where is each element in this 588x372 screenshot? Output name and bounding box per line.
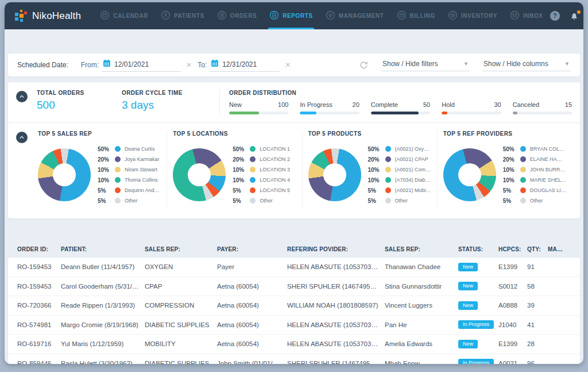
legend-item: 20% (A0021) CPAP — [368, 155, 431, 163]
cell-sales-rep-product: CPAP — [145, 283, 217, 290]
order-cycle-time-label: ORDER CYCLE TIME — [122, 90, 219, 96]
legend-percent: 20% — [368, 156, 381, 163]
table-row[interactable]: RO-159453 Deann Butler (11/4/1957) OXYGE… — [8, 258, 580, 277]
refresh-button[interactable] — [359, 60, 369, 70]
legend-label: (A0021) Compression — [395, 167, 431, 172]
total-orders-stat: TOTAL ORDERS 500 — [37, 90, 122, 112]
collapse-stats-button[interactable] — [16, 91, 28, 102]
legend-item: 20% ELAINE HAMILTON — [503, 155, 566, 163]
app-window: NikoHealth CALENDAR PATIENTS ORDERS REPO… — [5, 2, 583, 364]
table-header-cell[interactable]: SALES REP: — [145, 246, 217, 252]
order-distribution-bars: New 100 In Progress 20 Complete 50 Hold … — [229, 101, 572, 114]
table-row[interactable]: RO-619716 Yul Maris (1/12/1959) MOBILITY… — [8, 335, 580, 354]
from-date-value: 12/01/2021 — [114, 60, 149, 68]
table-header-cell[interactable]: STATUS: — [458, 246, 498, 252]
cell-payer: Aetna (60054) — [217, 302, 287, 309]
legend-label: Other — [260, 198, 273, 204]
legend-percent: 5% — [368, 198, 381, 204]
cell-refering-provider: SHERI SPUHLER (1467495622) — [287, 283, 385, 290]
cell-refering-provider: WILLIAM NOAH (1801808597) — [287, 302, 385, 309]
show-hide-columns-select[interactable]: Show / Hide columns ▼ — [482, 59, 571, 71]
legend-percent: 5% — [233, 198, 246, 204]
orders-table: ORDER ID:PATIENT:SALES REP:PAYER:REFERIN… — [8, 240, 580, 364]
table-header-cell[interactable]: ORDER ID: — [17, 246, 61, 252]
chart-legend: 50% LOCATION 1 20% LOCATION 2 10% LOCATI… — [233, 143, 296, 207]
cell-sales-rep: Pan He — [385, 321, 458, 328]
legend-dot-icon — [385, 198, 391, 204]
legend-dot-icon — [520, 156, 526, 162]
table-row[interactable]: RO-720366 Reade Rippen (1/3/1993) COMPRE… — [8, 296, 580, 316]
nav-item-inbox[interactable]: INBOX — [504, 2, 550, 29]
nav-item-billing[interactable]: BILLING — [390, 2, 442, 29]
legend-percent: 10% — [368, 167, 381, 173]
nav-item-reports[interactable]: REPORTS — [263, 2, 319, 29]
legend-dot-icon — [385, 177, 391, 183]
help-button[interactable]: ? — [550, 10, 560, 21]
brand-logo[interactable]: NikoHealth — [15, 9, 81, 24]
clear-to-date-button[interactable]: ✕ — [283, 61, 293, 69]
legend-percent: 5% — [233, 187, 246, 194]
orders-icon — [217, 10, 227, 21]
legend-dot-icon — [115, 177, 121, 183]
cell-hcpcs: J1040 — [498, 321, 527, 328]
scheduled-date-label: Scheduled Date: — [17, 61, 68, 69]
cell-payer: Aetna (60054) — [217, 321, 287, 328]
table-header-cell[interactable]: SALES REP: — [385, 246, 458, 252]
table-row[interactable]: RO-159453 Carol Gooderham (5/31/1947) CP… — [8, 277, 580, 297]
legend-label: Dequinn Anderson — [125, 187, 161, 193]
table-header-cell[interactable]: HCPCS: — [498, 246, 527, 252]
legend-item: 5% LOCATION 5 — [233, 186, 296, 194]
legend-dot-icon — [385, 167, 391, 172]
nav-item-management[interactable]: MANAGEMENT — [319, 2, 390, 29]
cell-order-id: RO-159453 — [17, 263, 61, 270]
cell-sales-rep-product: DIABETIC SUPPLIES — [145, 360, 217, 364]
legend-label: (A7034) Diabetic Supplies — [395, 177, 431, 183]
cell-qty: 91 — [527, 263, 548, 270]
table-header-cell[interactable]: MANUFACTURER: — [548, 246, 571, 252]
chart-group-top-5-sales-rep: TOP 5 SALES REP 50% Deana Curtis 20% Joy… — [32, 131, 167, 207]
cell-payer: Aetna (60054) — [217, 283, 287, 290]
to-date-input[interactable]: 12/31/2021 — [210, 58, 280, 72]
cell-order-id: RO-619716 — [17, 340, 61, 347]
legend-percent: 20% — [98, 156, 111, 163]
total-orders-label: TOTAL ORDERS — [37, 90, 122, 96]
legend-dot-icon — [250, 156, 256, 162]
inventory-icon — [448, 10, 458, 21]
bell-icon — [569, 14, 579, 23]
legend-label: LOCATION 5 — [260, 187, 290, 193]
nav-item-patients[interactable]: PATIENTS — [154, 2, 211, 29]
table-header-cell[interactable]: QTY: — [527, 246, 548, 252]
nav-item-orders[interactable]: ORDERS — [211, 2, 263, 29]
cell-payer: Aetna (60054) — [217, 340, 287, 347]
nav-item-calendar[interactable]: CALENDAR — [94, 2, 154, 29]
chart-group-top-5-locations: TOP 5 LOCATIONS 50% LOCATION 1 20% LOCAT… — [167, 131, 301, 207]
cell-patient: Yul Maris (1/12/1959) — [61, 340, 145, 347]
legend-dot-icon — [520, 167, 526, 172]
cell-qty: 28 — [527, 340, 548, 347]
notifications-button[interactable] — [569, 11, 579, 21]
legend-percent: 10% — [503, 177, 516, 183]
table-header-cell[interactable]: PATIENT: — [61, 246, 145, 252]
table-header-cell[interactable]: REFERING POVIDER: — [287, 246, 385, 252]
top-nav: NikoHealth CALENDAR PATIENTS ORDERS REPO… — [5, 2, 583, 29]
from-date-input[interactable]: 12/01/2021 — [102, 58, 181, 72]
distribution-bar: Complete 50 — [371, 101, 430, 114]
show-hide-filters-label: Show / Hide filters — [382, 60, 438, 68]
legend-item: 5% Other — [368, 197, 431, 205]
nav-item-inventory[interactable]: INVENTORY — [442, 2, 504, 29]
legend-dot-icon — [115, 198, 121, 204]
legend-item: 50% Deana Curtis — [98, 145, 161, 153]
show-hide-filters-select[interactable]: Show / Hide filters ▼ — [381, 59, 470, 71]
table-header-cell[interactable]: PAYER: — [217, 246, 287, 252]
total-orders-value: 500 — [37, 99, 122, 112]
distribution-bar-label: New — [229, 101, 242, 108]
cell-order-id: RO-159453 — [17, 283, 61, 290]
clear-from-date-button[interactable]: ✕ — [184, 61, 194, 69]
donut-chart — [443, 148, 496, 201]
table-row[interactable]: RO-574981 Margo Cromie (8/19/1968) DIABE… — [8, 316, 580, 335]
order-cycle-time-stat: ORDER CYCLE TIME 3 days — [122, 90, 219, 112]
table-row[interactable]: RO-859446 Rasla Hulett (3/30/1962) DIABE… — [8, 354, 580, 365]
legend-item: 5% Other — [233, 197, 296, 205]
cell-sales-rep-product: OXYGEN — [145, 263, 217, 270]
collapse-charts-button[interactable] — [16, 132, 28, 143]
